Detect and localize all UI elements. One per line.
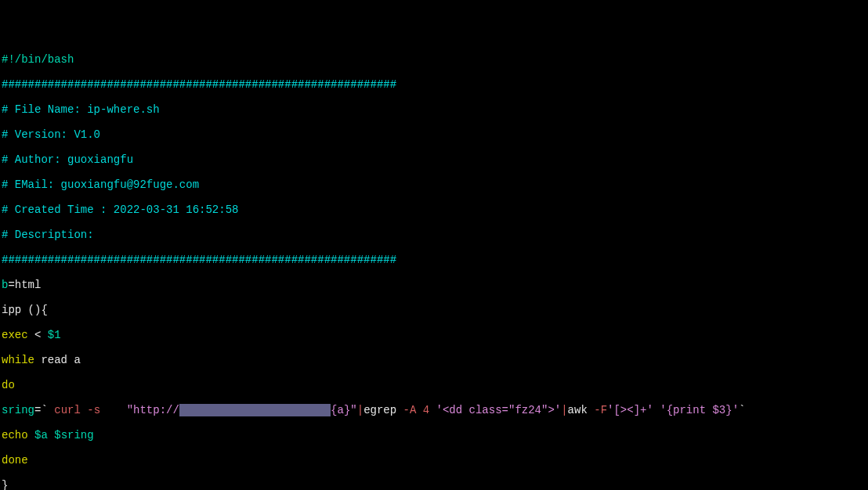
keyword: done	[2, 454, 28, 467]
url-pre: "http://	[127, 404, 179, 416]
do-line: do	[2, 379, 868, 391]
pipe: |	[561, 404, 567, 416]
regex: '<dd class="fz24">'	[436, 404, 562, 416]
header-email: # EMail: guoxiangfu@92fuge.com	[2, 178, 868, 191]
egrep: egrep	[363, 404, 396, 416]
code-text: #!/bin/bash	[2, 53, 74, 66]
code-text: # EMail: guoxiangfu@92fuge.com	[2, 178, 199, 191]
header-created: # Created Time : 2022-03-31 16:52:58	[2, 204, 868, 216]
equals: =	[8, 279, 14, 291]
var-name: sring	[2, 404, 34, 416]
exec-line: exec < $1	[2, 329, 868, 341]
awkF: -F	[588, 404, 607, 416]
sring-assign-1: sring=` curl -s "http:// {a}"|egrep -A 4…	[2, 404, 868, 416]
header-version: # Version: V1.0	[2, 128, 868, 141]
url-suf: {a}"	[331, 404, 357, 416]
var-assign-b: b=html	[2, 279, 868, 291]
censored-url	[179, 404, 331, 416]
curl: curl -s	[48, 404, 127, 416]
shebang-line: #!/bin/bash	[2, 53, 868, 66]
func-decl: ipp (){	[2, 304, 868, 316]
echo: echo	[2, 429, 28, 441]
keyword: do	[2, 379, 15, 391]
code-text: # File Name: ip-where.sh	[2, 103, 160, 116]
header-desc: # Description:	[2, 229, 868, 241]
code-text: # Description:	[2, 229, 94, 241]
header-file: # File Name: ip-where.sh	[2, 103, 868, 116]
done-line: done	[2, 454, 868, 467]
value: html	[15, 279, 42, 291]
eqbt: =`	[34, 404, 48, 416]
code-text: # Author: guoxiangfu	[2, 153, 133, 166]
pipe: |	[357, 404, 363, 416]
awk: awk	[568, 404, 588, 416]
op: <	[28, 329, 48, 341]
a: a	[67, 354, 81, 366]
code-text: # Created Time : 2022-03-31 16:52:58	[2, 204, 238, 216]
header-author: # Author: guoxiangfu	[2, 153, 868, 166]
sring-var: $sring	[48, 429, 94, 441]
keyword: exec	[2, 329, 28, 341]
a-var: $a	[28, 429, 48, 441]
code-text: ########################################…	[2, 78, 396, 91]
brace-close: }	[2, 479, 868, 490]
read: read	[34, 354, 67, 366]
var: $1	[48, 329, 61, 341]
egrep-args: -A 4	[396, 404, 436, 416]
separator-line-2: ########################################…	[2, 254, 868, 266]
code-text: ipp (){	[2, 304, 48, 316]
code-text: # Version: V1.0	[2, 128, 100, 141]
awk-prog: '{print $3}'	[653, 404, 739, 416]
while-line: while read a	[2, 354, 868, 366]
keyword: while	[2, 354, 34, 366]
echo-line-1: echo $a $sring	[2, 429, 868, 441]
code-text: ########################################…	[2, 254, 396, 266]
awk-delim: '[><]+'	[607, 404, 653, 416]
separator-line: ########################################…	[2, 78, 868, 91]
brace: }	[2, 479, 8, 490]
bt: `	[739, 404, 745, 416]
